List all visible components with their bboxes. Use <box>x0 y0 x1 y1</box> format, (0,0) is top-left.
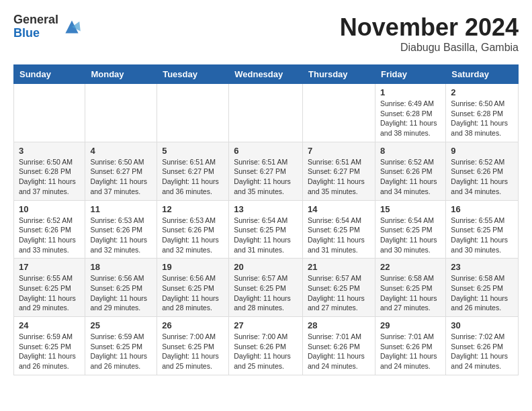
day-number-16: 16 <box>451 204 513 214</box>
day-cell-29: 29Sunrise: 7:01 AMSunset: 6:26 PMDayligh… <box>375 317 445 375</box>
header-saturday: Saturday <box>446 65 519 84</box>
empty-cell <box>303 84 375 142</box>
week-row-1: 1Sunrise: 6:49 AMSunset: 6:28 PMDaylight… <box>14 84 519 142</box>
empty-cell <box>229 84 303 142</box>
logo-general: General <box>13 13 58 27</box>
day-cell-8: 8Sunrise: 6:52 AMSunset: 6:26 PMDaylight… <box>375 142 445 200</box>
day-info-29: Sunrise: 7:01 AMSunset: 6:26 PMDaylight:… <box>380 332 441 371</box>
day-cell-19: 19Sunrise: 6:56 AMSunset: 6:25 PMDayligh… <box>157 259 229 317</box>
day-number-30: 30 <box>451 320 513 330</box>
month-title: November 2024 <box>340 13 519 42</box>
day-info-1: Sunrise: 6:49 AMSunset: 6:28 PMDaylight:… <box>380 99 441 138</box>
day-cell-9: 9Sunrise: 6:52 AMSunset: 6:26 PMDaylight… <box>446 142 519 200</box>
day-number-29: 29 <box>380 320 441 330</box>
day-number-5: 5 <box>162 146 224 156</box>
logo-blue: Blue <box>13 27 58 40</box>
week-row-3: 10Sunrise: 6:52 AMSunset: 6:26 PMDayligh… <box>14 200 519 259</box>
day-number-8: 8 <box>380 146 441 156</box>
day-cell-1: 1Sunrise: 6:49 AMSunset: 6:28 PMDaylight… <box>375 84 445 142</box>
day-number-1: 1 <box>380 87 441 97</box>
day-number-2: 2 <box>451 87 513 97</box>
day-info-25: Sunrise: 6:59 AMSunset: 6:25 PMDaylight:… <box>90 332 152 371</box>
day-info-28: Sunrise: 7:01 AMSunset: 6:26 PMDaylight:… <box>308 332 370 371</box>
week-row-2: 3Sunrise: 6:50 AMSunset: 6:28 PMDaylight… <box>14 142 519 200</box>
day-number-18: 18 <box>90 262 152 272</box>
header-monday: Monday <box>85 65 157 84</box>
day-info-3: Sunrise: 6:50 AMSunset: 6:28 PMDaylight:… <box>19 157 80 197</box>
header-sunday: Sunday <box>14 65 85 84</box>
day-number-10: 10 <box>19 204 80 214</box>
day-info-24: Sunrise: 6:59 AMSunset: 6:25 PMDaylight:… <box>19 332 80 371</box>
day-cell-20: 20Sunrise: 6:57 AMSunset: 6:25 PMDayligh… <box>229 259 303 317</box>
day-cell-26: 26Sunrise: 7:00 AMSunset: 6:25 PMDayligh… <box>157 317 229 375</box>
day-info-12: Sunrise: 6:53 AMSunset: 6:26 PMDaylight:… <box>162 216 224 255</box>
day-info-16: Sunrise: 6:55 AMSunset: 6:25 PMDaylight:… <box>451 216 513 255</box>
header-thursday: Thursday <box>303 65 375 84</box>
day-info-27: Sunrise: 7:00 AMSunset: 6:26 PMDaylight:… <box>234 332 298 371</box>
day-cell-18: 18Sunrise: 6:56 AMSunset: 6:25 PMDayligh… <box>85 259 157 317</box>
day-number-17: 17 <box>19 262 80 272</box>
day-cell-28: 28Sunrise: 7:01 AMSunset: 6:26 PMDayligh… <box>303 317 375 375</box>
day-info-2: Sunrise: 6:50 AMSunset: 6:28 PMDaylight:… <box>451 99 513 138</box>
day-info-18: Sunrise: 6:56 AMSunset: 6:25 PMDaylight:… <box>90 273 152 313</box>
day-info-13: Sunrise: 6:54 AMSunset: 6:25 PMDaylight:… <box>234 216 298 255</box>
day-number-13: 13 <box>234 204 298 214</box>
calendar-table: SundayMondayTuesdayWednesdayThursdayFrid… <box>13 64 519 375</box>
day-number-11: 11 <box>90 204 152 214</box>
location: Diabugu Basilla, Gambia <box>340 42 519 54</box>
empty-cell <box>14 84 85 142</box>
day-info-22: Sunrise: 6:58 AMSunset: 6:25 PMDaylight:… <box>380 273 441 313</box>
day-cell-6: 6Sunrise: 6:51 AMSunset: 6:27 PMDaylight… <box>229 142 303 200</box>
day-cell-7: 7Sunrise: 6:51 AMSunset: 6:27 PMDaylight… <box>303 142 375 200</box>
day-number-6: 6 <box>234 146 298 156</box>
day-info-17: Sunrise: 6:55 AMSunset: 6:25 PMDaylight:… <box>19 273 80 313</box>
day-number-25: 25 <box>90 320 152 330</box>
day-cell-25: 25Sunrise: 6:59 AMSunset: 6:25 PMDayligh… <box>85 317 157 375</box>
day-cell-10: 10Sunrise: 6:52 AMSunset: 6:26 PMDayligh… <box>14 200 85 259</box>
page-header: General Blue November 2024 Diabugu Basil… <box>13 13 519 54</box>
day-number-15: 15 <box>380 204 441 214</box>
day-info-26: Sunrise: 7:00 AMSunset: 6:25 PMDaylight:… <box>162 332 224 371</box>
day-info-14: Sunrise: 6:54 AMSunset: 6:25 PMDaylight:… <box>308 216 370 255</box>
day-number-28: 28 <box>308 320 370 330</box>
day-cell-5: 5Sunrise: 6:51 AMSunset: 6:27 PMDaylight… <box>157 142 229 200</box>
header-tuesday: Tuesday <box>157 65 229 84</box>
day-number-9: 9 <box>451 146 513 156</box>
day-info-30: Sunrise: 7:02 AMSunset: 6:26 PMDaylight:… <box>451 332 513 371</box>
day-number-23: 23 <box>451 262 513 272</box>
title-block: November 2024 Diabugu Basilla, Gambia <box>340 13 519 54</box>
day-number-19: 19 <box>162 262 224 272</box>
day-cell-3: 3Sunrise: 6:50 AMSunset: 6:28 PMDaylight… <box>14 142 85 200</box>
day-number-26: 26 <box>162 320 224 330</box>
day-info-6: Sunrise: 6:51 AMSunset: 6:27 PMDaylight:… <box>234 157 298 197</box>
day-number-20: 20 <box>234 262 298 272</box>
day-cell-22: 22Sunrise: 6:58 AMSunset: 6:25 PMDayligh… <box>375 259 445 317</box>
day-number-22: 22 <box>380 262 441 272</box>
day-cell-12: 12Sunrise: 6:53 AMSunset: 6:26 PMDayligh… <box>157 200 229 259</box>
day-cell-11: 11Sunrise: 6:53 AMSunset: 6:26 PMDayligh… <box>85 200 157 259</box>
day-cell-4: 4Sunrise: 6:50 AMSunset: 6:27 PMDaylight… <box>85 142 157 200</box>
day-number-3: 3 <box>19 146 80 156</box>
day-cell-27: 27Sunrise: 7:00 AMSunset: 6:26 PMDayligh… <box>229 317 303 375</box>
day-cell-23: 23Sunrise: 6:58 AMSunset: 6:25 PMDayligh… <box>446 259 519 317</box>
day-info-23: Sunrise: 6:58 AMSunset: 6:25 PMDaylight:… <box>451 273 513 313</box>
empty-cell <box>157 84 229 142</box>
day-cell-15: 15Sunrise: 6:54 AMSunset: 6:25 PMDayligh… <box>375 200 445 259</box>
day-number-4: 4 <box>90 146 152 156</box>
day-cell-30: 30Sunrise: 7:02 AMSunset: 6:26 PMDayligh… <box>446 317 519 375</box>
day-cell-24: 24Sunrise: 6:59 AMSunset: 6:25 PMDayligh… <box>14 317 85 375</box>
day-cell-14: 14Sunrise: 6:54 AMSunset: 6:25 PMDayligh… <box>303 200 375 259</box>
week-row-4: 17Sunrise: 6:55 AMSunset: 6:25 PMDayligh… <box>14 259 519 317</box>
day-info-21: Sunrise: 6:57 AMSunset: 6:25 PMDaylight:… <box>308 273 370 313</box>
day-cell-17: 17Sunrise: 6:55 AMSunset: 6:25 PMDayligh… <box>14 259 85 317</box>
day-number-21: 21 <box>308 262 370 272</box>
day-info-10: Sunrise: 6:52 AMSunset: 6:26 PMDaylight:… <box>19 216 80 255</box>
day-cell-21: 21Sunrise: 6:57 AMSunset: 6:25 PMDayligh… <box>303 259 375 317</box>
day-cell-16: 16Sunrise: 6:55 AMSunset: 6:25 PMDayligh… <box>446 200 519 259</box>
day-info-20: Sunrise: 6:57 AMSunset: 6:25 PMDaylight:… <box>234 273 298 313</box>
day-number-14: 14 <box>308 204 370 214</box>
day-number-7: 7 <box>308 146 370 156</box>
day-info-15: Sunrise: 6:54 AMSunset: 6:25 PMDaylight:… <box>380 216 441 255</box>
header-friday: Friday <box>375 65 445 84</box>
day-info-11: Sunrise: 6:53 AMSunset: 6:26 PMDaylight:… <box>90 216 152 255</box>
